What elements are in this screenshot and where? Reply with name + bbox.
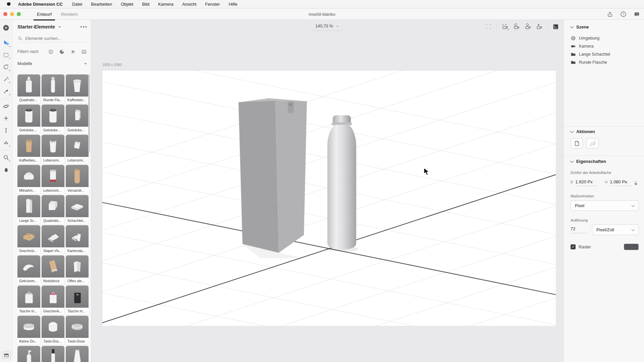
model-item[interactable]: Getränke... [66, 105, 89, 133]
width-input[interactable]: 1.920 Px [575, 179, 597, 186]
menu-item-fenster[interactable]: Fenster [205, 2, 220, 7]
artboard[interactable] [102, 70, 555, 325]
rotate-tool[interactable] [1, 62, 11, 72]
model-item[interactable]: Lebensmi... [42, 165, 64, 194]
orbit-tool[interactable] [1, 101, 11, 111]
tab-rendern[interactable]: Rendern [56, 8, 83, 20]
panel-menu-button[interactable]: ••• [80, 24, 88, 29]
resolution-unit-select[interactable]: Pixel/Zoll [592, 225, 639, 235]
model-item[interactable]: Gekrümm... [17, 255, 40, 284]
scene-item-umgebung[interactable]: Umgebung [571, 34, 639, 42]
model-item[interactable]: Getränke... [17, 105, 40, 133]
model-item[interactable]: Stapel Vis... [42, 225, 64, 254]
filter-models-button[interactable] [48, 49, 54, 55]
model-item[interactable]: Tasche m... [17, 286, 40, 314]
model-item[interactable]: Twist-Dos... [42, 316, 64, 345]
fullscreen-window-button[interactable] [17, 12, 21, 16]
model-item[interactable]: Notizblock [42, 255, 64, 284]
grid-color-swatch[interactable] [624, 244, 639, 250]
model-item[interactable]: Kleine Do... [17, 316, 40, 345]
menu-item-objekt[interactable]: Objekt [121, 2, 133, 7]
scene-section-header[interactable]: Szene [571, 24, 639, 29]
help-button[interactable]: ? [619, 10, 627, 18]
model-item[interactable] [66, 346, 89, 362]
zoom-tool-tool[interactable] [1, 153, 11, 163]
feedback-button[interactable] [633, 10, 641, 18]
model-item[interactable]: Geschnür... [17, 225, 40, 254]
panel-title[interactable]: Starter-Elemente [17, 24, 55, 29]
model-item[interactable]: Quadratis... [42, 195, 64, 224]
model-item[interactable]: Twist-Dose [66, 316, 89, 345]
model-item[interactable] [17, 346, 40, 362]
share-button[interactable] [606, 10, 614, 18]
model-label: Mitnahm... [17, 187, 40, 194]
zoom-to-fit-button[interactable] [484, 22, 493, 31]
section-collapse-icon[interactable] [84, 63, 87, 65]
model-item[interactable]: Kaffeebeu... [17, 135, 40, 164]
camera-redo-button[interactable] [523, 22, 532, 31]
menu-item-bearbeiten[interactable]: Bearbeiten [91, 2, 112, 7]
model-item[interactable]: Quadratis... [17, 74, 40, 103]
model-item[interactable]: Offen ste... [66, 255, 89, 284]
camera-fit-action-button[interactable] [586, 138, 599, 148]
model-item[interactable]: Schachtel... [66, 195, 89, 224]
apple-icon[interactable] [6, 1, 11, 7]
model-item[interactable]: Versandr... [66, 165, 89, 194]
filter-images-button[interactable] [81, 49, 87, 55]
model-item[interactable]: Tasche m... [66, 286, 89, 314]
search-input[interactable] [25, 36, 82, 41]
model-item[interactable]: Kartensta... [66, 225, 89, 254]
model-item[interactable]: Mitnahm... [17, 165, 40, 194]
collapse-panel-button[interactable] [2, 351, 11, 359]
resolution-input[interactable]: 72 [571, 226, 587, 233]
model-item[interactable]: Geschenk... [42, 286, 64, 314]
menu-item-hilfe[interactable]: Hilfe [229, 2, 237, 7]
height-input[interactable]: 1.080 Px [610, 179, 632, 186]
scene-item-lange-schachtel[interactable]: Lange Schachtel [571, 50, 639, 58]
menu-item-bild[interactable]: Bild [142, 2, 150, 7]
model-item[interactable]: Lange Sc... [17, 195, 40, 224]
camera-bookmark-button[interactable] [534, 22, 544, 31]
scene-item-runde-flasche[interactable]: Runde Flasche [571, 58, 639, 66]
menu-item-ansicht[interactable]: Ansicht [182, 2, 197, 7]
sampler-tool[interactable] [1, 86, 11, 96]
hand-tool-tool[interactable] [1, 165, 11, 175]
model-item[interactable]: Lebensmi... [66, 135, 89, 164]
grid-checkbox[interactable]: ✓ [571, 244, 576, 249]
model-item[interactable]: Getränke... [42, 105, 64, 133]
add-content-tool[interactable] [1, 23, 11, 33]
canvas-size-action-button[interactable] [571, 138, 583, 148]
scene-item-kamera[interactable]: Kamera [571, 42, 639, 50]
camera-undo-button[interactable] [512, 22, 521, 31]
model-item[interactable]: Kaffeebec... [66, 74, 89, 103]
menu-item-datei[interactable]: Datei [72, 2, 82, 7]
actions-section-header[interactable]: Aktionen [571, 129, 639, 134]
model-label: Quadratis... [42, 217, 64, 224]
zoom-level-dropdown[interactable]: 140,73 % [312, 24, 343, 31]
model-item[interactable]: Lebensmi... [42, 135, 64, 164]
select-move-tool[interactable] [1, 38, 11, 48]
units-select[interactable]: Pixel [571, 200, 639, 211]
horizon-tool[interactable] [1, 137, 11, 147]
models-section-label[interactable]: Modelle [17, 61, 32, 66]
panel-scrollbar[interactable] [88, 74, 90, 152]
canvas-size-action-icon [574, 140, 580, 147]
close-window-button[interactable] [3, 12, 7, 16]
model-item[interactable]: Runde Fla... [42, 74, 64, 103]
camera-to-selection-button[interactable] [500, 22, 509, 31]
model-item[interactable] [42, 346, 64, 362]
properties-section-header[interactable]: Eigenschaften [571, 159, 639, 164]
menu-item-kamera[interactable]: Kamera [158, 2, 173, 7]
viewport[interactable]: 140,73 % 644 x 362 [91, 20, 564, 362]
dolly-tool[interactable] [1, 125, 11, 135]
search-box[interactable] [17, 35, 87, 43]
tab-entwurf[interactable]: Entwurf [32, 8, 56, 20]
pan-camera-tool[interactable] [1, 113, 11, 123]
filter-materials-button[interactable] [59, 49, 65, 55]
minimize-window-button[interactable] [10, 12, 14, 16]
render-preview-button[interactable] [551, 22, 560, 31]
filter-lights-button[interactable] [70, 49, 76, 55]
magic-wand-tool[interactable] [1, 74, 11, 84]
select-marquee-tool[interactable] [1, 50, 11, 60]
lock-aspect-button[interactable] [633, 180, 639, 186]
